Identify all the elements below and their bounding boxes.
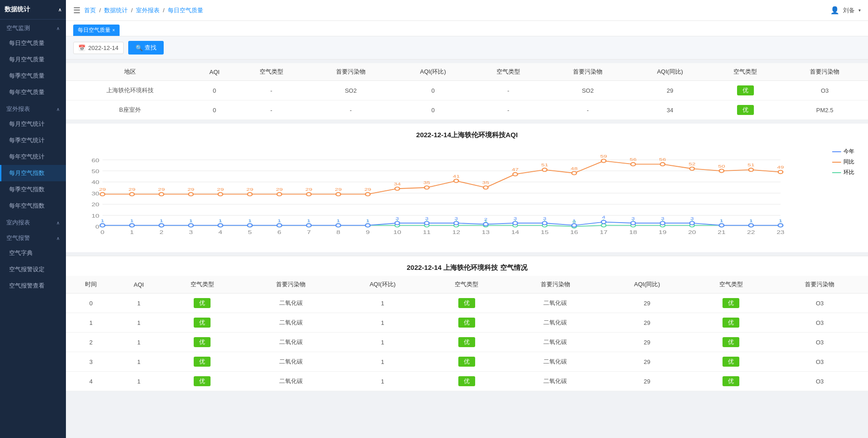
- svg-text:1: 1: [101, 218, 105, 223]
- detail-cell-air-type-hb: 优: [426, 294, 507, 313]
- detail-badge-air-type: 优: [194, 318, 211, 328]
- detail-badge-air-type: 优: [194, 357, 211, 367]
- svg-text:15: 15: [541, 230, 548, 235]
- breadcrumb-data-stat[interactable]: 数据统计: [104, 7, 128, 14]
- cell-pollutant-hb: SO2: [545, 81, 631, 100]
- sidebar-item-yearly-air[interactable]: 每年空气质量: [0, 84, 66, 100]
- sidebar-header: 数据统计 ∧: [0, 0, 66, 20]
- svg-point-108: [424, 221, 429, 224]
- sidebar-item-yearly-index[interactable]: 每年空气指数: [0, 198, 66, 214]
- summary-table-header-row: 地区 AQI 空气类型 首要污染物 AQI(环比) 空气类型 首要污染物 AQI…: [66, 63, 868, 81]
- indoor-label: 室内报表: [6, 219, 30, 227]
- sidebar-group-air-monitor[interactable]: 空气监测 ∧: [0, 20, 66, 35]
- detail-cell-pollutant-hb: 二氧化碳: [507, 372, 603, 391]
- detail-cell-time: 1: [66, 313, 116, 333]
- menu-icon[interactable]: ☰: [73, 5, 80, 15]
- username: 刘备: [843, 6, 855, 15]
- sidebar-group-outdoor[interactable]: 室外报表 ∧: [0, 100, 66, 116]
- svg-point-162: [513, 173, 517, 176]
- detail-cell-air-type: 优: [162, 294, 243, 313]
- svg-point-104: [366, 224, 370, 227]
- sidebar-group-indoor[interactable]: 室内报表 ∧: [0, 214, 66, 229]
- sidebar-item-air-dict[interactable]: 空气字典: [0, 245, 66, 261]
- svg-text:20: 20: [688, 230, 696, 235]
- detail-col-aqi-tb: AQI(同比): [603, 276, 690, 294]
- svg-point-136: [130, 193, 134, 196]
- sidebar-item-seasonal-index[interactable]: 每季空气指数: [0, 181, 66, 198]
- svg-text:4: 4: [218, 230, 222, 235]
- svg-text:29: 29: [129, 187, 136, 192]
- svg-text:1: 1: [189, 218, 193, 223]
- detail-col-pollutant-hb: 首要污染物: [507, 276, 603, 294]
- air-monitor-chevron: ∧: [56, 26, 60, 31]
- tb-legend-line: [832, 162, 841, 163]
- sidebar: 数据统计 ∧ 空气监测 ∧ 每日空气质量 每月空气质量 每季空气质量 每年空气质…: [0, 0, 66, 438]
- sidebar-item-seasonal-air[interactable]: 每季空气质量: [0, 68, 66, 84]
- svg-text:3: 3: [661, 216, 664, 221]
- user-dropdown-icon[interactable]: ▾: [858, 8, 861, 13]
- breadcrumb-outdoor[interactable]: 室外报表: [136, 7, 160, 14]
- sidebar-item-alarm-settings[interactable]: 空气报警设定: [0, 261, 66, 278]
- svg-text:9: 9: [366, 230, 370, 235]
- col-air-type-hb: 空气类型: [472, 63, 545, 81]
- tab-bar: 每日空气质量 ×: [66, 21, 868, 36]
- svg-text:3: 3: [425, 216, 429, 221]
- sidebar-item-yearly-stat[interactable]: 每年空气统计: [0, 149, 66, 165]
- svg-text:1: 1: [248, 218, 252, 223]
- sidebar-item-seasonal-stat[interactable]: 每季空气统计: [0, 132, 66, 149]
- detail-cell-pollutant-hb: 二氧化碳: [507, 352, 603, 372]
- hb-legend-label: 环比: [843, 169, 854, 176]
- sidebar-group-alarm[interactable]: 空气报警 ∧: [0, 229, 66, 245]
- alarm-chevron: ∧: [56, 236, 60, 241]
- chart1-section: 2022-12-14上海轶伦环境科技AQI 010203040506001234…: [66, 124, 868, 252]
- detail-cell-air-type-hb: 优: [426, 352, 507, 372]
- svg-text:5: 5: [248, 230, 252, 235]
- svg-point-168: [601, 159, 606, 162]
- svg-text:3: 3: [189, 230, 193, 235]
- detail-cell-air-type-tb: 优: [691, 294, 772, 313]
- svg-text:12: 12: [452, 230, 460, 235]
- detail-cell-aqi-hb: 1: [339, 333, 426, 352]
- detail-badge-air-type-hb: 优: [458, 318, 475, 328]
- svg-point-126: [690, 221, 694, 224]
- sidebar-item-alarm-view[interactable]: 空气报警查看: [0, 278, 66, 294]
- svg-point-146: [277, 193, 281, 196]
- sidebar-item-monthly-stat[interactable]: 每月空气统计: [0, 116, 66, 132]
- search-button[interactable]: 🔍 查找: [128, 41, 164, 55]
- detail-row: 3 1 优 二氧化碳 1 优 二氧化碳 29 优 O3: [66, 352, 868, 372]
- sidebar-item-monthly-air[interactable]: 每月空气质量: [0, 51, 66, 68]
- detail-col-air-type-hb: 空气类型: [426, 276, 507, 294]
- date-input-wrapper[interactable]: 📅 2022-12-14: [73, 42, 124, 54]
- cell-area: B座室外: [66, 100, 194, 120]
- cell-aqi-tb: 29: [631, 81, 709, 100]
- detail-cell-aqi: 1: [116, 333, 162, 352]
- detail-cell-aqi-tb: 29: [603, 372, 690, 391]
- breadcrumb: 首页 / 数据统计 / 室外报表 / 每日空气质量: [84, 6, 203, 15]
- cell-pollutant: -: [307, 100, 394, 120]
- svg-text:21: 21: [717, 230, 725, 235]
- tab-daily-air[interactable]: 每日空气质量 ×: [73, 25, 120, 36]
- tab-close-button[interactable]: ×: [112, 28, 115, 33]
- topbar: ☰ 首页 / 数据统计 / 室外报表 / 每日空气质量 👤 刘备 ▾: [66, 0, 868, 21]
- sidebar-item-monthly-index[interactable]: 每月空气指数: [0, 165, 66, 181]
- detail-cell-aqi-hb: 1: [339, 352, 426, 372]
- breadcrumb-home[interactable]: 首页: [84, 7, 96, 14]
- col-aqi: AQI: [194, 63, 235, 81]
- svg-text:50: 50: [718, 164, 725, 169]
- detail-badge-air-type: 优: [194, 337, 211, 347]
- svg-text:51: 51: [541, 162, 548, 167]
- detail-row: 4 1 优 二氧化碳 1 优 二氧化碳 29 优 O3: [66, 372, 868, 391]
- detail-cell-pollutant-hb: 二氧化碳: [507, 294, 603, 313]
- svg-point-114: [513, 221, 517, 224]
- sidebar-collapse-icon[interactable]: ∧: [58, 7, 61, 12]
- svg-text:20: 20: [91, 202, 99, 208]
- svg-point-88: [130, 224, 134, 227]
- detail-badge-air-type-hb: 优: [458, 298, 475, 308]
- topbar-left: ☰ 首页 / 数据统计 / 室外报表 / 每日空气质量: [73, 5, 203, 15]
- svg-text:1: 1: [779, 218, 783, 223]
- detail-col-air-type-tb: 空气类型: [691, 276, 772, 294]
- svg-text:1: 1: [130, 230, 134, 235]
- sidebar-item-daily-air[interactable]: 每日空气质量: [0, 35, 66, 51]
- date-value[interactable]: 2022-12-14: [88, 45, 119, 51]
- badge-air-type-tb: 优: [737, 85, 754, 95]
